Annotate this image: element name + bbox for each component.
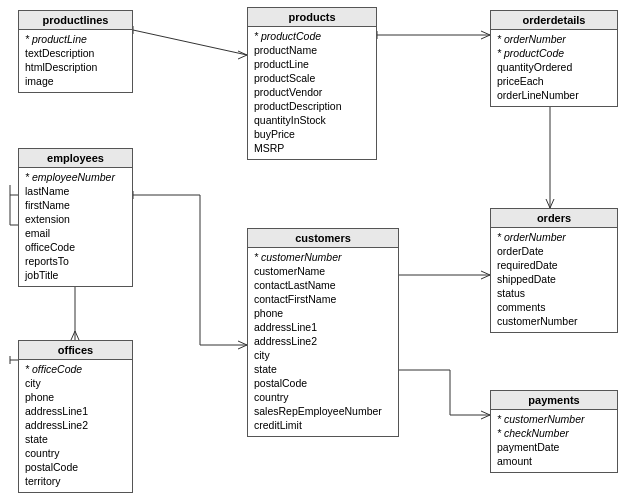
field-products-9: MSRP: [254, 141, 370, 155]
field-offices-1: * officeCode: [25, 362, 126, 376]
field-employees-8: jobTitle: [25, 268, 126, 282]
field-customers-1: * customerNumber: [254, 250, 392, 264]
field-offices-2: city: [25, 376, 126, 390]
field-productlines-2: textDescription: [25, 46, 126, 60]
svg-line-18: [238, 341, 247, 345]
field-customers-3: contactLastName: [254, 278, 392, 292]
field-offices-3: phone: [25, 390, 126, 404]
entity-orders: orders * orderNumber orderDate requiredD…: [490, 208, 618, 333]
field-offices-5: addressLine2: [25, 418, 126, 432]
field-customers-9: state: [254, 362, 392, 376]
field-customers-2: customerName: [254, 264, 392, 278]
svg-line-22: [481, 271, 490, 275]
field-payments-1: * customerNumber: [497, 412, 611, 426]
field-offices-6: state: [25, 432, 126, 446]
field-customers-12: salesRepEmployeeNumber: [254, 404, 392, 418]
field-products-4: productScale: [254, 71, 370, 85]
field-products-6: productDescription: [254, 99, 370, 113]
field-customers-6: addressLine1: [254, 320, 392, 334]
svg-line-33: [550, 199, 554, 208]
entity-customers-title: customers: [248, 229, 398, 248]
entity-products-title: products: [248, 8, 376, 27]
entity-productlines-body: * productLine textDescription htmlDescri…: [19, 30, 132, 92]
svg-line-13: [75, 331, 79, 340]
field-orders-2: orderDate: [497, 244, 611, 258]
field-employees-3: firstName: [25, 198, 126, 212]
field-orders-6: comments: [497, 300, 611, 314]
entity-orderdetails-title: orderdetails: [491, 11, 617, 30]
svg-line-29: [481, 415, 490, 419]
field-customers-5: phone: [254, 306, 392, 320]
field-products-3: productLine: [254, 57, 370, 71]
field-employees-6: officeCode: [25, 240, 126, 254]
svg-line-0: [133, 30, 247, 55]
entity-products: products * productCode productName produ…: [247, 7, 377, 160]
field-customers-10: postalCode: [254, 376, 392, 390]
field-productlines-1: * productLine: [25, 32, 126, 46]
field-orders-3: requiredDate: [497, 258, 611, 272]
field-customers-13: creditLimit: [254, 418, 392, 432]
entity-employees: employees * employeeNumber lastName firs…: [18, 148, 133, 287]
field-employees-2: lastName: [25, 184, 126, 198]
svg-line-12: [71, 331, 75, 340]
entity-offices-title: offices: [19, 341, 132, 360]
svg-line-32: [546, 199, 550, 208]
field-payments-3: paymentDate: [497, 440, 611, 454]
entity-offices-body: * officeCode city phone addressLine1 add…: [19, 360, 132, 492]
entity-offices: offices * officeCode city phone addressL…: [18, 340, 133, 493]
field-products-5: productVendor: [254, 85, 370, 99]
svg-line-5: [481, 31, 490, 35]
field-orderdetails-5: orderLineNumber: [497, 88, 611, 102]
svg-line-1: [238, 51, 247, 55]
entity-employees-title: employees: [19, 149, 132, 168]
entity-productlines-title: productlines: [19, 11, 132, 30]
svg-line-19: [238, 345, 247, 349]
field-products-2: productName: [254, 43, 370, 57]
entity-productlines: productlines * productLine textDescripti…: [18, 10, 133, 93]
field-customers-8: city: [254, 348, 392, 362]
svg-line-6: [481, 35, 490, 39]
entity-customers: customers * customerNumber customerName …: [247, 228, 399, 437]
entity-products-body: * productCode productName productLine pr…: [248, 27, 376, 159]
field-orders-4: shippedDate: [497, 272, 611, 286]
entity-payments-title: payments: [491, 391, 617, 410]
entity-payments: payments * customerNumber * checkNumber …: [490, 390, 618, 473]
field-orders-5: status: [497, 286, 611, 300]
field-employees-1: * employeeNumber: [25, 170, 126, 184]
svg-line-23: [481, 275, 490, 279]
field-employees-5: email: [25, 226, 126, 240]
field-orderdetails-4: priceEach: [497, 74, 611, 88]
field-orders-7: customerNumber: [497, 314, 611, 328]
entity-payments-body: * customerNumber * checkNumber paymentDa…: [491, 410, 617, 472]
field-productlines-4: image: [25, 74, 126, 88]
erd-diagram: productlines * productLine textDescripti…: [0, 0, 626, 500]
field-products-8: buyPrice: [254, 127, 370, 141]
field-offices-9: territory: [25, 474, 126, 488]
field-offices-8: postalCode: [25, 460, 126, 474]
field-products-7: quantityInStock: [254, 113, 370, 127]
field-orderdetails-2: * productCode: [497, 46, 611, 60]
field-employees-7: reportsTo: [25, 254, 126, 268]
field-products-1: * productCode: [254, 29, 370, 43]
field-offices-7: country: [25, 446, 126, 460]
field-customers-7: addressLine2: [254, 334, 392, 348]
field-employees-4: extension: [25, 212, 126, 226]
entity-orders-body: * orderNumber orderDate requiredDate shi…: [491, 228, 617, 332]
field-offices-4: addressLine1: [25, 404, 126, 418]
field-orders-1: * orderNumber: [497, 230, 611, 244]
entity-employees-body: * employeeNumber lastName firstName exte…: [19, 168, 132, 286]
svg-line-2: [238, 55, 247, 59]
field-productlines-3: htmlDescription: [25, 60, 126, 74]
field-orderdetails-3: quantityOrdered: [497, 60, 611, 74]
field-customers-4: contactFirstName: [254, 292, 392, 306]
field-payments-2: * checkNumber: [497, 426, 611, 440]
field-payments-4: amount: [497, 454, 611, 468]
entity-customers-body: * customerNumber customerName contactLas…: [248, 248, 398, 436]
svg-line-28: [481, 411, 490, 415]
entity-orderdetails: orderdetails * orderNumber * productCode…: [490, 10, 618, 107]
field-orderdetails-1: * orderNumber: [497, 32, 611, 46]
field-customers-11: country: [254, 390, 392, 404]
entity-orders-title: orders: [491, 209, 617, 228]
entity-orderdetails-body: * orderNumber * productCode quantityOrde…: [491, 30, 617, 106]
